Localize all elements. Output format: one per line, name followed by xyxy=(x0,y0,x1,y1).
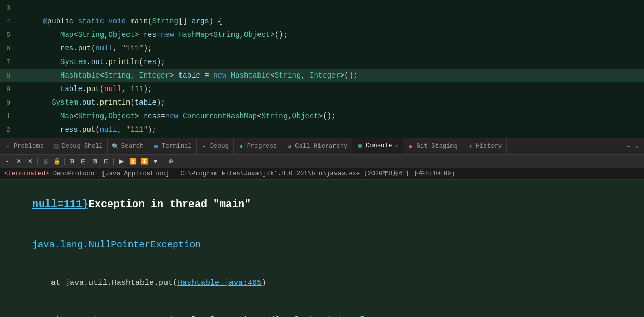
layout-2-button[interactable]: ⊟ xyxy=(78,156,88,167)
tab-debug-label: Debug xyxy=(210,143,229,150)
code-editor: 3 @public static void main(String[] args… xyxy=(0,0,644,138)
null-exception-text: null=111} xyxy=(32,198,88,210)
terminated-label: <terminated> xyxy=(4,170,49,177)
toolbar-sep-2 xyxy=(64,158,65,165)
debug-shell-icon: ⬛ xyxy=(53,143,60,150)
run-button[interactable]: ▶ xyxy=(116,156,126,167)
stop-button[interactable]: ▪ xyxy=(2,156,12,167)
layout-1-button[interactable]: ⊞ xyxy=(67,156,77,167)
dropdown-button[interactable]: ▼ xyxy=(150,156,161,167)
console-toolbar: ▪ ✕ ✕ ⎘ 🔒 ⊞ ⊟ ⊠ ⊡ ▶ ⏫ ⏬ ▼ ⊕ xyxy=(0,155,644,168)
copy-button[interactable]: ⎘ xyxy=(40,156,50,167)
scroll-down-button[interactable]: ⏬ xyxy=(139,156,149,167)
toolbar-sep-4 xyxy=(163,158,163,165)
lock-button[interactable]: 🔒 xyxy=(51,156,62,167)
terminal-icon: ▣ xyxy=(152,143,160,150)
tab-call-hierarchy-label: Call Hierarchy xyxy=(295,143,347,150)
code-line-6: 6 System.out.println(res); xyxy=(0,42,644,55)
progress-icon: ▮ xyxy=(238,143,245,150)
tab-progress[interactable]: ▮ Progress xyxy=(234,138,282,155)
tab-git-staging[interactable]: ⊕ Git Staging xyxy=(403,138,462,155)
code-line-10: 0 Map<String,Object> ress=new Concurrent… xyxy=(0,96,644,109)
git-staging-icon: ⊕ xyxy=(407,143,415,150)
layout-3-button[interactable]: ⊠ xyxy=(89,156,100,167)
tab-terminal[interactable]: ▣ Terminal xyxy=(148,138,197,155)
tab-history-label: History xyxy=(476,143,502,150)
minimize-icon[interactable]: — xyxy=(624,142,633,150)
exception-main-text: Exception in thread "main" xyxy=(88,198,251,210)
debug-icon: ✦ xyxy=(201,143,208,150)
add-button[interactable]: ⊕ xyxy=(165,156,176,167)
tab-search-label: Search xyxy=(121,143,144,150)
code-line-7: 7 Hashtable<String, Integer> table = new… xyxy=(0,55,644,69)
hashtable-link[interactable]: Hashtable.java:465 xyxy=(177,278,262,287)
layout-4-button[interactable]: ⊡ xyxy=(101,156,111,167)
tab-bar: ⚠ Problems ⬛ Debug Shell 🔍 Search ▣ Term… xyxy=(0,138,644,155)
console-line-3: at java.util.Hashtable.put(Hashtable.jav… xyxy=(2,264,642,302)
tab-console[interactable]: ▣ Console ✕ xyxy=(352,138,403,155)
tab-terminal-label: Terminal xyxy=(162,143,192,150)
problems-icon: ⚠ xyxy=(4,143,11,150)
app-path: DemoProtocol [Java Application] C:\Progr… xyxy=(53,169,455,178)
tab-problems[interactable]: ⚠ Problems xyxy=(0,138,48,155)
code-line-4: 4 Map<String,Object> res=new HashMap<Str… xyxy=(0,15,644,28)
tab-git-staging-label: Git Staging xyxy=(417,143,458,150)
tab-problems-label: Problems xyxy=(14,143,44,150)
clear-button[interactable]: ✕ xyxy=(25,156,35,167)
maximize-icon[interactable]: □ xyxy=(634,142,642,150)
tab-console-label: Console xyxy=(366,142,392,149)
code-line-5: 5 res.put(null, "111"); xyxy=(0,28,644,42)
console-output-area: null=111}Exception in thread "main" java… xyxy=(0,180,644,317)
call-hierarchy-icon: ⊞ xyxy=(286,143,293,150)
tab-call-hierarchy[interactable]: ⊞ Call Hierarchy xyxy=(281,138,352,155)
tab-debug-shell[interactable]: ⬛ Debug Shell xyxy=(48,138,108,155)
tab-debug[interactable]: ✦ Debug xyxy=(197,138,234,155)
tab-progress-label: Progress xyxy=(247,143,277,150)
toolbar-sep-1 xyxy=(37,158,38,165)
console-status-line: <terminated> DemoProtocol [Java Applicat… xyxy=(0,168,644,180)
console-output: null=111}Exception in thread "main" java… xyxy=(0,180,644,317)
history-icon: ↺ xyxy=(467,143,474,150)
code-line-3: 3 @public static void main(String[] args… xyxy=(0,1,644,15)
console-icon: ▣ xyxy=(356,142,364,149)
tab-bar-actions: — □ xyxy=(624,142,644,150)
console-line-2: java.lang.NullPointerException xyxy=(2,225,642,264)
scroll-up-button[interactable]: ⏫ xyxy=(127,156,138,167)
tab-debug-shell-label: Debug Shell xyxy=(62,143,103,150)
console-tab-close[interactable]: ✕ xyxy=(395,143,398,149)
search-icon: 🔍 xyxy=(112,143,119,150)
tab-search[interactable]: 🔍 Search xyxy=(108,138,148,155)
console-line-1: null=111}Exception in thread "main" xyxy=(2,184,642,225)
console-line-4: at com.csizg.iot.xremote.demo.DemoProtoc… xyxy=(2,302,642,318)
remove-launch-button[interactable]: ✕ xyxy=(14,156,24,167)
npe-text[interactable]: java.lang.NullPointerException xyxy=(32,239,201,250)
toolbar-sep-3 xyxy=(113,158,114,165)
tab-history[interactable]: ↺ History xyxy=(462,138,507,155)
